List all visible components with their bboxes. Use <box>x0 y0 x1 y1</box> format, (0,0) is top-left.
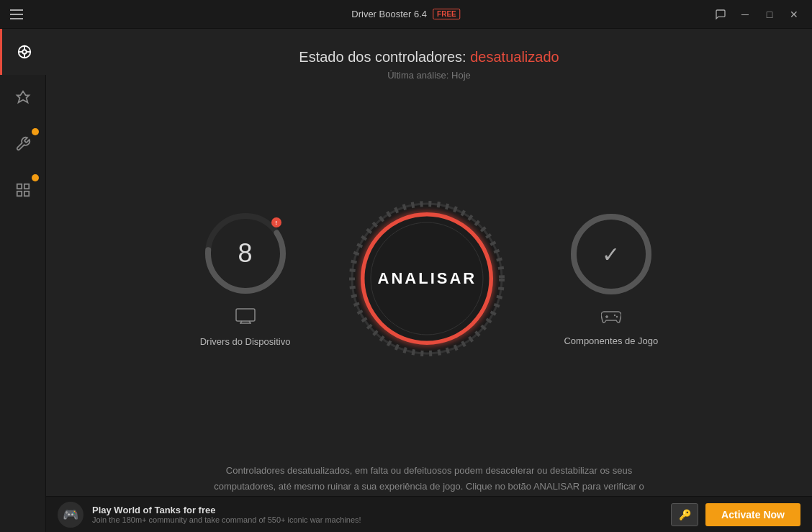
promo-title: Play World of Tanks for free <box>92 505 361 515</box>
analisar-button[interactable]: ANALISAR <box>348 199 506 358</box>
sidebar-item-tools[interactable] <box>0 121 46 167</box>
close-button[interactable]: ✕ <box>783 4 805 25</box>
last-analysis: Última análise: Hoje <box>299 70 559 81</box>
tank-icon: 🎮 <box>58 502 84 528</box>
key-icon: 🔑 <box>679 509 691 520</box>
status-value: desatualizado <box>470 49 559 65</box>
titlebar-center: Driver Booster 6.4 FREE <box>351 9 460 19</box>
status-section: Estado dos controladores: desatualizado … <box>299 29 559 88</box>
monitor-icon <box>235 308 256 328</box>
drivers-number: 8 <box>238 238 253 269</box>
game-label: Componentes de Jogo <box>564 335 658 346</box>
svg-rect-12 <box>236 309 255 321</box>
content-area: Estado dos controladores: desatualizado … <box>46 29 812 532</box>
drivers-label: Drivers do Dispositivo <box>200 336 291 347</box>
svg-point-27 <box>616 316 618 317</box>
game-circle-container: ✓ Componentes de Jogo <box>564 211 658 346</box>
promo-left: 🎮 Play World of Tanks for free Join the … <box>58 502 361 528</box>
maximize-button[interactable]: □ <box>759 4 780 25</box>
svg-rect-8 <box>17 191 22 196</box>
key-button[interactable]: 🔑 <box>671 503 698 526</box>
last-analysis-label: Última análise: <box>387 70 448 81</box>
chat-button[interactable] <box>710 4 731 25</box>
promo-subtitle: Join the 180m+ community and take comman… <box>92 515 361 524</box>
drivers-circle: ! 8 <box>202 210 289 297</box>
svg-point-26 <box>614 315 615 316</box>
minimize-button[interactable]: ─ <box>734 4 756 25</box>
gamepad-icon <box>601 309 621 327</box>
circles-section: ! 8 Drivers do Dispositivo <box>200 109 659 448</box>
sidebar-item-home[interactable] <box>0 29 46 75</box>
analisar-container: ANALISAR <box>348 199 506 358</box>
titlebar-left <box>7 6 26 22</box>
bottom-right: 🔑 Activate Now <box>671 503 800 526</box>
titlebar-actions: ─ □ ✕ <box>710 4 805 25</box>
main-layout: Estado dos controladores: desatualizado … <box>0 29 812 532</box>
last-analysis-value: Hoje <box>451 70 471 81</box>
titlebar: Driver Booster 6.4 FREE ─ □ ✕ <box>0 0 812 29</box>
drivers-circle-container: ! 8 Drivers do Dispositivo <box>200 210 291 347</box>
sidebar-item-apps[interactable] <box>0 167 46 213</box>
game-circle: ✓ <box>568 211 654 297</box>
promo-text: Play World of Tanks for free Join the 18… <box>92 505 361 524</box>
svg-point-1 <box>22 50 27 54</box>
checkmark-icon: ✓ <box>602 242 620 267</box>
analisar-label: ANALISAR <box>378 269 477 288</box>
menu-button[interactable] <box>7 6 26 22</box>
free-badge: FREE <box>433 9 461 19</box>
bottom-bar: 🎮 Play World of Tanks for free Join the … <box>46 496 812 532</box>
svg-rect-7 <box>24 184 29 189</box>
activate-button[interactable]: Activate Now <box>705 503 800 526</box>
tools-badge <box>32 128 39 135</box>
apps-badge <box>32 174 39 181</box>
svg-rect-6 <box>17 184 22 189</box>
sidebar-item-boost[interactable] <box>0 75 46 121</box>
drivers-badge: ! <box>271 217 281 227</box>
sidebar <box>0 29 46 532</box>
status-title: Estado dos controladores: desatualizado <box>299 49 559 66</box>
svg-rect-9 <box>24 191 29 196</box>
status-label: Estado dos controladores: <box>299 49 466 65</box>
app-title: Driver Booster 6.4 <box>351 9 427 19</box>
